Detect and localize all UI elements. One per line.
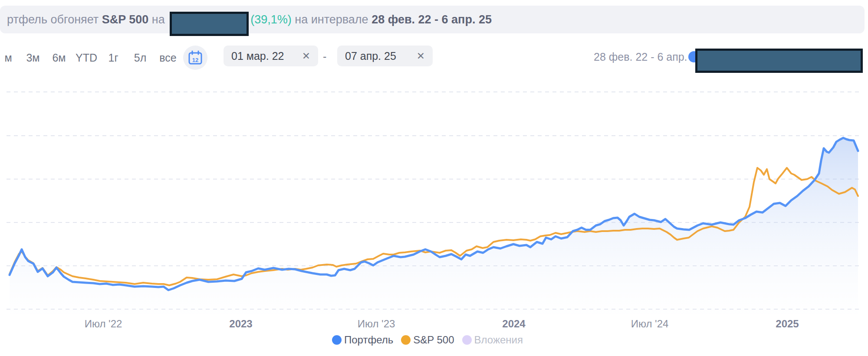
legend-item-S&P 500[interactable]: S&P 500 <box>401 334 454 346</box>
x-tick-label: 2023 <box>229 318 252 330</box>
legend-item-Вложения[interactable]: Вложения <box>462 334 523 346</box>
legend-dot-icon <box>332 335 342 345</box>
chart-legend: ПортфельS&P 500Вложения <box>332 334 523 346</box>
x-tick-label: 2024 <box>502 318 525 330</box>
performance-chart[interactable] <box>0 0 868 356</box>
legend-label: Портфель <box>344 334 393 346</box>
x-tick-label: Июл '23 <box>358 318 395 330</box>
x-tick-label: 2025 <box>776 318 799 330</box>
x-tick-label: Июл '22 <box>85 318 122 330</box>
x-tick-label: Июл '24 <box>631 318 669 330</box>
legend-dot-icon <box>401 335 411 345</box>
portfolio-area-fill <box>10 138 858 315</box>
x-axis: Июл '222023Июл '232024Июл '242025 <box>0 318 868 331</box>
legend-label: Вложения <box>474 334 523 346</box>
legend-label: S&P 500 <box>413 334 454 346</box>
legend-dot-icon <box>462 335 472 345</box>
legend-item-Портфель[interactable]: Портфель <box>332 334 393 346</box>
